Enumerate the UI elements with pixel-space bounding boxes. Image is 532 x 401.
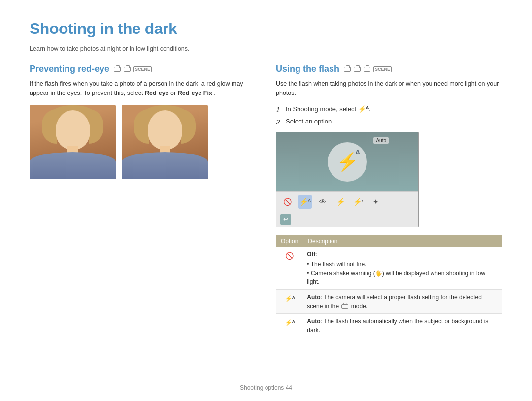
photo-after: [122, 105, 208, 179]
camera-icon-5: [364, 67, 370, 72]
flash-option-slow[interactable]: ⚡˒: [351, 195, 365, 209]
bullet-2: Camera shake warning (🖐) will be display…: [307, 269, 499, 286]
page-title: Shooting in the dark: [30, 20, 502, 38]
camera-icon-1: [114, 67, 121, 72]
camera-icon-3: [344, 67, 351, 72]
photo-before: [30, 105, 116, 179]
step-2: 2 Select an option.: [276, 118, 502, 126]
page-subtitle: Learn how to take photos at night or in …: [30, 45, 502, 52]
face-oval-1: [56, 110, 90, 150]
face-oval-2: [148, 110, 182, 150]
auto-flash-icon: ⚡ᴬ: [284, 317, 296, 329]
photo-row: [30, 105, 256, 179]
col-option: Option: [276, 235, 303, 247]
bold-red-eye-fix: Red-eye Fix: [178, 90, 212, 96]
flash-auto-badge: ⚡ A: [328, 142, 367, 182]
auto-scene-label: Auto: [307, 294, 320, 301]
right-section-icons: SCENE: [343, 66, 392, 72]
step-1: 1 In Shooting mode, select ⚡ᴬ.: [276, 105, 502, 114]
auto-label: Auto: [373, 137, 389, 144]
off-bullets: The flash will not fire. Camera shake wa…: [307, 260, 499, 286]
off-icon: 🚫: [284, 250, 296, 262]
table-header-row: Option Description: [276, 235, 502, 247]
left-section-icons: SCENE: [113, 66, 152, 72]
step-2-text: Select an option.: [286, 118, 333, 125]
steps-container: 1 In Shooting mode, select ⚡ᴬ. 2 Select …: [276, 105, 502, 126]
flash-back-row: ↩: [276, 212, 418, 227]
off-label: Off: [307, 251, 315, 258]
flash-option-fill[interactable]: ⚡: [333, 195, 347, 209]
camera-icon-4: [354, 67, 361, 72]
opt-icon-auto-flash: ⚡ᴬ: [276, 313, 303, 338]
face-shoulders-1: [30, 152, 116, 179]
back-button[interactable]: ↩: [280, 214, 291, 225]
bold-red-eye: Red-eye: [145, 90, 169, 96]
table-header: Option Description: [276, 235, 502, 247]
flash-ui-preview: Auto ⚡ A: [276, 132, 418, 191]
right-body-text: Use the flash when taking photos in the …: [276, 79, 502, 98]
opt-icon-auto-scene: ⚡ᴬ: [276, 289, 303, 313]
opt-desc-off: Off: The flash will not fire. Camera sha…: [303, 247, 502, 290]
scene-badge-2: SCENE: [373, 66, 392, 72]
shake-icon: 🖐: [375, 270, 382, 276]
left-column: Preventing red-eye SCENE If the flash fi…: [30, 64, 256, 338]
auto-scene-icon: ⚡ᴬ: [284, 293, 296, 305]
flash-option-auto[interactable]: ⚡ᴬ: [298, 195, 312, 209]
opt-icon-off: 🚫: [276, 247, 303, 290]
auto-flash-label: Auto: [307, 318, 320, 325]
face-shoulders-2: [122, 152, 208, 179]
flash-auto-icon-inline: ⚡ᴬ: [358, 105, 369, 113]
footer: Shooting options 44: [0, 384, 532, 391]
two-column-layout: Preventing red-eye SCENE If the flash fi…: [30, 64, 502, 338]
flash-icons-row: 🚫 ⚡ᴬ 👁 ⚡ ⚡˒ ✦: [276, 191, 418, 212]
options-table: Option Description 🚫 Off: The flash will…: [276, 235, 502, 338]
flash-option-off[interactable]: 🚫: [280, 195, 294, 209]
left-section-title: Preventing red-eye SCENE: [30, 64, 256, 74]
step-1-text: In Shooting mode, select ⚡ᴬ.: [286, 105, 370, 113]
right-column: Using the flash SCENE Use the flash when…: [276, 64, 502, 338]
table-row: 🚫 Off: The flash will not fire. Camera s…: [276, 247, 502, 290]
table-row: ⚡ᴬ Auto: The flash fires automatically w…: [276, 313, 502, 338]
opt-desc-auto-flash: Auto: The flash fires automatically when…: [303, 313, 502, 338]
scene-cam-icon: [341, 304, 348, 309]
title-divider: [30, 41, 502, 41]
left-body-text: If the flash fires when you take a photo…: [30, 79, 256, 98]
flash-a-letter: A: [355, 148, 360, 156]
scene-badge-1: SCENE: [133, 66, 152, 72]
right-section-title: Using the flash SCENE: [276, 64, 502, 74]
flash-option-redeye[interactable]: 👁: [316, 195, 330, 209]
opt-desc-auto-scene: Auto: The camera will select a proper fl…: [303, 289, 502, 313]
table-body: 🚫 Off: The flash will not fire. Camera s…: [276, 247, 502, 338]
page-container: Shooting in the dark Learn how to take p…: [0, 0, 532, 353]
flash-option-smart[interactable]: ✦: [369, 195, 383, 209]
flash-ui-box: Auto ⚡ A 🚫 ⚡ᴬ 👁 ⚡ ⚡˒ ✦ ↩: [276, 132, 419, 227]
col-description: Description: [303, 235, 502, 247]
camera-icon-2: [124, 67, 131, 72]
table-row: ⚡ᴬ Auto: The camera will select a proper…: [276, 289, 502, 313]
bullet-1: The flash will not fire.: [307, 260, 499, 269]
